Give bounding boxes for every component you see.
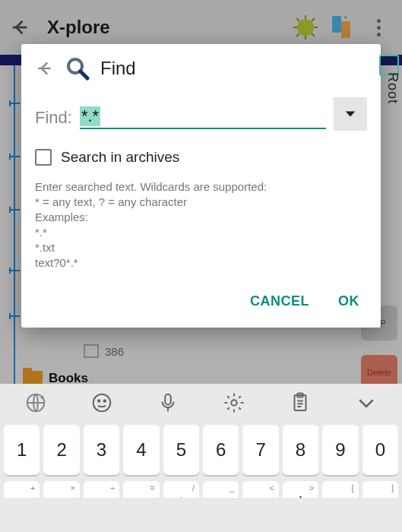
key-3[interactable]: 3 [84,425,119,475]
root-label[interactable]: Root [385,72,400,104]
kb-number-row: 1234567890 [0,425,402,475]
key-q[interactable]: q+ [4,481,40,498]
key-i[interactable]: i> [283,481,318,498]
search-archives-label: Search in archives [61,149,179,166]
key-p[interactable]: p] [362,481,398,498]
key-t[interactable]: t/ [163,481,199,498]
history-dropdown-button[interactable] [334,97,367,131]
kb-lang-icon[interactable] [24,391,47,414]
key-2[interactable]: 2 [43,425,79,475]
soft-keyboard: 1234567890 q+w×e÷r=t/y_u<i>o[p] [0,384,402,532]
key-u[interactable]: u< [242,481,278,498]
svg-point-14 [93,394,111,412]
ok-button[interactable]: OK [335,289,362,314]
key-w[interactable]: w× [43,481,79,498]
key-1[interactable]: 1 [4,425,40,475]
key-o[interactable]: o[ [322,481,358,498]
key-9[interactable]: 9 [322,425,358,475]
find-dialog: Find Find: *.* Search in archives Enter … [21,44,381,328]
kb-emoji-icon[interactable] [90,391,113,414]
key-5[interactable]: 5 [163,425,199,475]
search-archives-checkbox[interactable] [35,149,52,166]
svg-point-18 [231,400,237,406]
find-input[interactable] [80,105,326,129]
dialog-back-icon[interactable] [35,59,55,78]
key-y[interactable]: y_ [203,481,239,498]
kb-voice-icon[interactable] [157,391,179,414]
svg-line-12 [81,71,87,78]
key-0[interactable]: 0 [362,425,398,475]
help-text: Enter searched text. Wildcards are suppo… [35,179,367,271]
search-icon [65,56,90,81]
kb-letter-row-1: q+w×e÷r=t/y_u<i>o[p] [0,481,402,498]
kb-collapse-icon[interactable] [355,391,378,414]
key-8[interactable]: 8 [283,425,318,475]
svg-rect-17 [165,394,171,405]
key-6[interactable]: 6 [203,425,239,475]
key-4[interactable]: 4 [123,425,159,475]
key-r[interactable]: r= [123,481,159,498]
cancel-button[interactable]: CANCEL [247,289,312,314]
dialog-title: Find [100,58,136,79]
find-label: Find: [35,108,72,132]
svg-point-15 [98,400,100,402]
svg-point-16 [104,400,106,402]
key-7[interactable]: 7 [242,425,278,475]
kb-settings-icon[interactable] [223,391,245,414]
kb-clipboard-icon[interactable] [289,391,312,414]
key-e[interactable]: e÷ [84,481,119,498]
